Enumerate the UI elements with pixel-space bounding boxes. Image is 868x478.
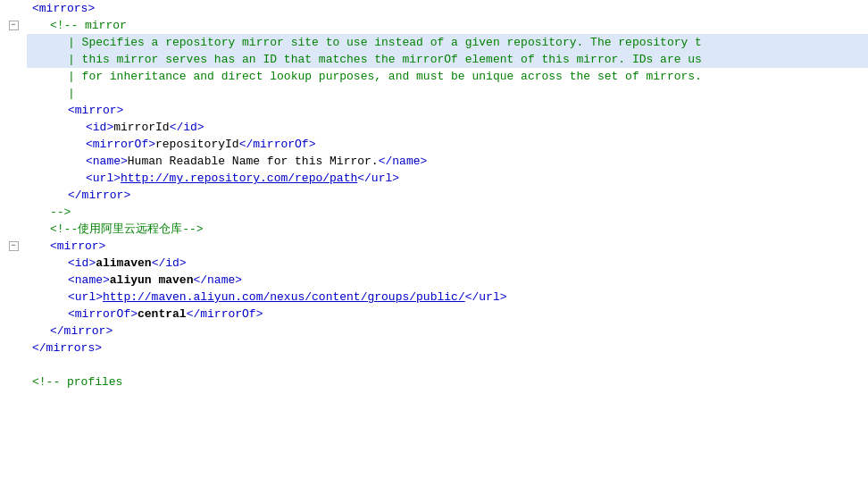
token-tag: <url> [68,289,103,306]
gutter-cell-16 [0,255,27,272]
token-tag: </name> [379,153,428,170]
editor-container: −− <mirrors><!-- mirror| Specifies a rep… [0,0,868,478]
code-line-10: <name>Human Readable Name for this Mirro… [27,153,868,170]
code-line-11: <url>http://my.repository.com/repo/path<… [27,170,868,187]
token-bold-text: aliyun maven [110,272,194,289]
code-line-2: <!-- mirror [27,17,868,34]
code-line-12: </mirror> [27,187,868,204]
code-line-19: <mirrorOf>central</mirrorOf> [27,306,868,323]
code-line-1: <mirrors> [27,0,868,17]
token-comment: <!-- mirror [50,17,127,34]
code-line-15: <mirror> [27,238,868,255]
token-tag: <name> [68,272,110,289]
token-url-text: http://maven.aliyun.com/nexus/content/gr… [103,289,465,306]
code-line-7: <mirror> [27,102,868,119]
code-line-22 [27,356,868,373]
code-line-20: </mirror> [27,323,868,340]
token-tag: </url> [465,289,507,306]
token-tag: <mirror> [50,238,105,255]
code-line-6: | [27,85,868,102]
gutter-cell-8 [0,119,27,136]
gutter-cell-17 [0,272,27,289]
token-tag: </mirrorOf> [187,306,263,323]
token-tag: <mirror> [68,102,123,119]
code-line-18: <url>http://maven.aliyun.com/nexus/conte… [27,289,868,306]
token-tag: </mirrors> [32,340,102,356]
code-line-13: --> [27,204,868,221]
code-line-16: <id>alimaven</id> [27,255,868,272]
gutter-cell-12 [0,187,27,204]
token-text-content: mirrorId [113,119,169,136]
gutter-cell-20 [0,323,27,340]
token-comment: --> [50,204,71,221]
left-gutter: −− [0,0,27,478]
token-comment: | for inheritance and direct lookup purp… [68,68,702,85]
token-url-text: http://my.repository.com/repo/path [121,170,357,187]
token-bold-text: alimaven [96,255,151,272]
code-area[interactable]: <mirrors><!-- mirror| Specifies a reposi… [27,0,868,478]
gutter-cell-22 [0,356,27,373]
gutter-cell-10 [0,153,27,170]
token-tag: <mirrorOf> [68,306,138,323]
code-line-3: | Specifies a repository mirror site to … [27,34,868,51]
token-comment: | Specifies a repository mirror site to … [68,34,702,51]
gutter-cell-9 [0,136,27,153]
gutter-cell-19 [0,306,27,323]
gutter-cell-1 [0,0,27,17]
fold-icon[interactable]: − [9,21,19,30]
token-tag: </mirror> [68,187,130,204]
code-line-8: <id>mirrorId</id> [27,119,868,136]
code-line-14: <!--使用阿里云远程仓库--> [27,221,868,238]
token-tag: <id> [86,119,113,136]
token-tag: </mirror> [50,323,113,340]
code-line-5: | for inheritance and direct lookup purp… [27,68,868,85]
token-comment: | this mirror serves has an ID that matc… [68,51,702,68]
token-bold-text: central [138,306,187,323]
token-tag: <name> [86,153,128,170]
gutter-cell-13 [0,204,27,221]
code-line-4: | this mirror serves has an ID that matc… [27,51,868,68]
gutter-cell-2[interactable]: − [0,17,27,34]
token-tag: <mirrors> [32,0,95,17]
code-line-17: <name>aliyun maven</name> [27,272,868,289]
token-chinese-comment: <!--使用阿里云远程仓库--> [50,221,204,238]
token-tag: <id> [68,255,96,272]
code-line-9: <mirrorOf>repositoryId</mirrorOf> [27,136,868,153]
fold-icon[interactable]: − [9,241,19,251]
gutter-cell-5 [0,68,27,85]
token-comment: <!-- profiles [32,373,122,390]
token-tag: </mirrorOf> [239,136,316,153]
token-text-content: Human Readable Name for this Mirror. [128,153,379,170]
gutter-cell-6 [0,85,27,102]
gutter-cell-3 [0,34,27,51]
code-line-21: </mirrors> [27,340,868,356]
gutter-cell-11 [0,170,27,187]
token-tag: </id> [152,255,187,272]
gutter-cell-15[interactable]: − [0,238,27,255]
gutter-cell-7 [0,102,27,119]
token-tag: </id> [170,119,204,136]
token-comment: | [68,85,75,102]
token-tag: <mirrorOf> [86,136,155,153]
gutter-cell-4 [0,51,27,68]
gutter-cell-18 [0,289,27,306]
gutter-cell-23 [0,373,27,390]
gutter-cell-14 [0,221,27,238]
token-tag: </name> [193,272,242,289]
token-text-content: repositoryId [155,136,239,153]
code-line-23: <!-- profiles [27,373,868,390]
gutter-cell-21 [0,340,27,356]
token-tag: <url> [86,170,121,187]
token-tag: </url> [357,170,399,187]
